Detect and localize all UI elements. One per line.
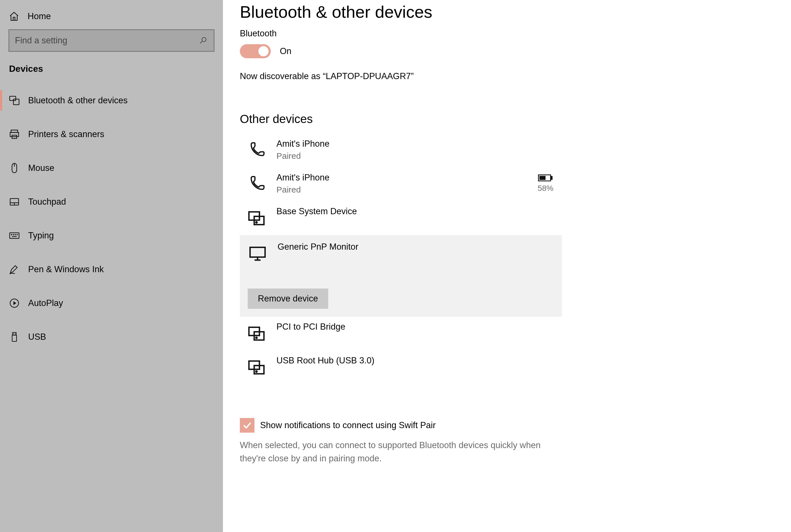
svg-rect-4 xyxy=(10,132,19,136)
svg-rect-23 xyxy=(551,176,552,179)
pen-icon xyxy=(8,264,20,275)
page-title: Bluetooth & other devices xyxy=(240,2,774,22)
touchpad-icon xyxy=(8,196,20,208)
autoplay-icon xyxy=(8,297,20,309)
phone-icon xyxy=(247,140,266,160)
svg-point-15 xyxy=(17,234,17,235)
sidebar-item-label: Bluetooth & other devices xyxy=(28,95,128,106)
svg-rect-19 xyxy=(12,335,17,341)
printer-icon xyxy=(8,128,20,140)
device-name: Base System Device xyxy=(276,206,555,216)
svg-point-36 xyxy=(256,371,257,372)
device-name: Amit's iPhone xyxy=(276,139,555,149)
usb-icon xyxy=(8,331,20,343)
svg-point-0 xyxy=(202,37,206,42)
device-icon xyxy=(247,208,266,228)
device-name: Generic PnP Monitor xyxy=(277,242,358,252)
home-icon xyxy=(8,11,20,22)
svg-rect-18 xyxy=(13,332,16,335)
device-item[interactable]: Amit's iPhone Paired xyxy=(240,134,562,168)
device-item[interactable]: Amit's iPhone Paired 58% xyxy=(240,168,562,201)
svg-rect-28 xyxy=(250,247,265,257)
svg-rect-11 xyxy=(9,233,19,239)
sidebar-item-pen[interactable]: Pen & Windows Ink xyxy=(0,252,223,286)
bluetooth-label: Bluetooth xyxy=(240,28,774,39)
device-info: USB Root Hub (USB 3.0) xyxy=(276,356,555,366)
sidebar-item-bluetooth[interactable]: Bluetooth & other devices xyxy=(0,83,223,117)
sidebar-item-printers[interactable]: Printers & scanners xyxy=(0,117,223,151)
home-label: Home xyxy=(27,11,51,21)
search-icon xyxy=(199,36,208,45)
phone-icon xyxy=(247,174,266,194)
swift-pair-checkbox[interactable] xyxy=(240,418,254,433)
toggle-knob xyxy=(258,46,269,56)
device-name: USB Root Hub (USB 3.0) xyxy=(276,356,555,366)
device-icon xyxy=(247,323,266,343)
sidebar-item-label: Mouse xyxy=(28,163,54,173)
device-info: PCI to PCI Bridge xyxy=(276,322,555,332)
home-nav-item[interactable]: Home xyxy=(0,8,223,29)
device-info: Base System Device xyxy=(276,206,555,216)
sidebar-item-label: Typing xyxy=(28,230,54,241)
svg-point-13 xyxy=(13,234,14,235)
device-item[interactable]: USB Root Hub (USB 3.0) xyxy=(240,350,562,384)
sidebar-section-title: Devices xyxy=(0,61,223,83)
device-info: Amit's iPhone Paired xyxy=(276,173,527,194)
device-item[interactable]: PCI to PCI Bridge xyxy=(240,317,562,350)
bluetooth-toggle[interactable] xyxy=(240,44,271,58)
battery-icon xyxy=(538,174,553,182)
search-container xyxy=(0,29,223,61)
checkmark-icon xyxy=(242,420,252,431)
device-status: Paired xyxy=(276,185,527,194)
devices-list: Amit's iPhone Paired Amit's iPhone Paire… xyxy=(240,134,562,384)
bluetooth-toggle-row: On xyxy=(240,44,774,58)
svg-rect-2 xyxy=(14,99,19,105)
sidebar: Home Devices Bluetooth & othe xyxy=(0,0,223,532)
svg-rect-1 xyxy=(9,96,16,100)
bluetooth-devices-icon xyxy=(8,95,20,107)
discoverable-text: Now discoverable as “LAPTOP-DPUAAGR7” xyxy=(240,71,774,81)
svg-point-12 xyxy=(11,234,12,235)
device-actions: Remove device xyxy=(248,288,328,309)
sidebar-item-mouse[interactable]: Mouse xyxy=(0,151,223,185)
monitor-icon xyxy=(248,244,267,263)
sidebar-item-label: AutoPlay xyxy=(28,298,63,308)
sidebar-item-label: Printers & scanners xyxy=(28,129,104,139)
device-status: Paired xyxy=(276,151,555,161)
keyboard-icon xyxy=(8,230,20,242)
device-info: Amit's iPhone Paired xyxy=(276,139,555,161)
other-devices-heading: Other devices xyxy=(240,112,774,126)
svg-rect-24 xyxy=(539,176,545,180)
sidebar-item-typing[interactable]: Typing xyxy=(0,219,223,252)
device-name: PCI to PCI Bridge xyxy=(276,322,555,332)
sidebar-nav-list: Bluetooth & other devices Printers & sca… xyxy=(0,83,223,354)
sidebar-item-touchpad[interactable]: Touchpad xyxy=(0,185,223,219)
swift-pair-checkbox-row[interactable]: Show notifications to connect using Swif… xyxy=(240,418,774,433)
mouse-icon xyxy=(8,162,20,174)
settings-window: Home Devices Bluetooth & othe xyxy=(0,0,791,532)
search-input[interactable] xyxy=(15,36,199,45)
sidebar-item-label: Pen & Windows Ink xyxy=(28,264,104,274)
svg-point-14 xyxy=(15,234,16,235)
device-battery: 58% xyxy=(538,174,554,193)
svg-point-33 xyxy=(256,337,257,338)
search-input-box[interactable] xyxy=(8,29,214,52)
device-item[interactable]: Base System Device xyxy=(240,201,562,235)
device-name: Amit's iPhone xyxy=(276,173,527,183)
swift-pair-description: When selected, you can connect to suppor… xyxy=(240,439,555,465)
sidebar-item-label: Touchpad xyxy=(28,197,66,207)
main-content: Bluetooth & other devices Bluetooth On N… xyxy=(223,0,791,532)
device-item-selected[interactable]: Generic PnP Monitor Remove device xyxy=(240,235,562,317)
toggle-state-label: On xyxy=(280,46,291,56)
svg-point-27 xyxy=(256,222,257,223)
swift-pair-label: Show notifications to connect using Swif… xyxy=(260,420,436,431)
sidebar-item-autoplay[interactable]: AutoPlay xyxy=(0,286,223,320)
device-info: Generic PnP Monitor xyxy=(277,242,358,252)
sidebar-item-usb[interactable]: USB xyxy=(0,320,223,354)
battery-percent: 58% xyxy=(538,184,554,193)
device-icon xyxy=(247,357,266,377)
remove-device-button[interactable]: Remove device xyxy=(248,288,328,309)
sidebar-item-label: USB xyxy=(28,332,46,342)
